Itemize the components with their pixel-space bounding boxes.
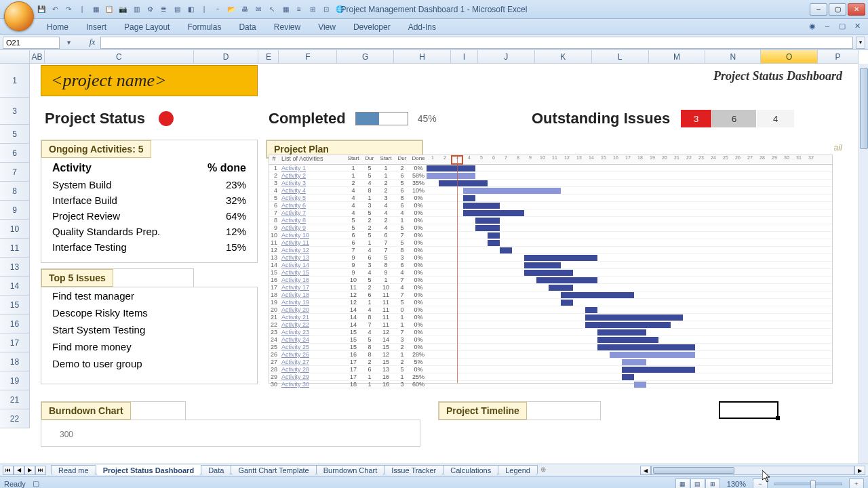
gantt-activity-link[interactable]: Activity 19 <box>279 299 345 306</box>
mail-icon[interactable]: ✉ <box>252 3 264 16</box>
column-header-K[interactable]: K <box>535 50 592 64</box>
row-header-3[interactable]: 3 <box>0 98 30 125</box>
list-icon[interactable]: ≡ <box>293 3 305 16</box>
close-button[interactable]: ✕ <box>848 3 865 16</box>
gantt-activity-link[interactable]: Activity 7 <box>279 209 345 216</box>
name-box[interactable] <box>3 37 60 49</box>
gantt-row[interactable]: 14Activity 1493860% <box>269 262 832 269</box>
sheet-tab-issue-tracker[interactable]: Issue Tracker <box>384 465 443 475</box>
ribbon-tab-view[interactable]: View <box>309 19 344 35</box>
office-button[interactable] <box>4 1 34 31</box>
column-header-N[interactable]: N <box>705 50 761 64</box>
tab-nav-prev[interactable]: ◀ <box>14 466 24 475</box>
gantt-activity-link[interactable]: Activity 1 <box>279 165 345 171</box>
formula-input[interactable] <box>100 37 853 49</box>
gantt-row[interactable]: 1Activity 115120% <box>269 165 832 172</box>
zoom-percent[interactable]: 130% <box>727 480 746 488</box>
gantt-activity-link[interactable]: Activity 15 <box>279 269 345 276</box>
sheet-tab-burndown-chart[interactable]: Burndown Chart <box>316 465 385 475</box>
gantt-activity-link[interactable]: Activity 9 <box>279 224 345 231</box>
gantt-activity-link[interactable]: Activity 21 <box>279 314 345 321</box>
gantt-activity-link[interactable]: Activity 11 <box>279 239 345 246</box>
column-header-P[interactable]: P <box>818 50 859 64</box>
gantt-activity-link[interactable]: Activity 14 <box>279 262 345 268</box>
view-pagebreak-icon[interactable]: ⊞ <box>705 479 720 489</box>
ribbon-close-icon[interactable]: ✕ <box>852 20 863 31</box>
gantt-row[interactable]: 16Activity 16105170% <box>269 277 832 284</box>
column-header-F[interactable]: F <box>279 50 337 64</box>
sheet-tab-calculations[interactable]: Calculations <box>443 465 498 475</box>
paste-icon[interactable]: 📋 <box>103 3 115 16</box>
tool-icon[interactable]: ⚙ <box>144 3 156 16</box>
maximize-button[interactable]: ▢ <box>829 3 846 16</box>
row-header-16[interactable]: 16 <box>0 314 30 333</box>
gantt-activity-link[interactable]: Activity 8 <box>279 217 345 224</box>
redo-icon[interactable]: ↷ <box>62 3 75 16</box>
column-header-H[interactable]: H <box>394 50 451 64</box>
gantt-row[interactable]: 24Activity 241551430% <box>269 336 832 344</box>
row-header-9[interactable]: 9 <box>0 201 30 220</box>
gantt-activity-link[interactable]: Activity 24 <box>279 336 345 343</box>
tool-icon[interactable]: ≣ <box>157 3 170 16</box>
hscroll-left[interactable]: ◀ <box>640 466 651 475</box>
gantt-row[interactable]: 19Activity 191211150% <box>269 299 832 306</box>
help-icon[interactable]: ◉ <box>807 20 818 31</box>
column-header-J[interactable]: J <box>478 50 535 64</box>
hscroll-right[interactable]: ▶ <box>854 466 865 475</box>
tool-icon[interactable]: ⊡ <box>320 3 332 16</box>
gantt-activity-link[interactable]: Activity 13 <box>279 254 345 261</box>
hscroll-thumb[interactable] <box>653 467 734 474</box>
gantt-row[interactable]: 3Activity 3242535% <box>269 180 832 187</box>
tab-nav-first[interactable]: ⏮ <box>3 466 14 475</box>
gantt-row[interactable]: 20Activity 201441100% <box>269 306 832 314</box>
ribbon-tab-developer[interactable]: Developer <box>344 19 399 35</box>
row-header-18[interactable]: 18 <box>0 352 30 371</box>
gantt-activity-link[interactable]: Activity 2 <box>279 172 345 179</box>
grid-icon[interactable]: ▥ <box>130 3 142 16</box>
gantt-row[interactable]: 12Activity 1274780% <box>269 247 832 254</box>
gantt-activity-link[interactable]: Activity 27 <box>279 359 345 365</box>
ribbon-tab-formulas[interactable]: Formulas <box>178 19 230 35</box>
namebox-dropdown-icon[interactable]: ▾ <box>62 37 75 49</box>
zoom-out-icon[interactable]: − <box>753 479 768 489</box>
view-normal-icon[interactable]: ▦ <box>675 479 690 489</box>
ribbon-tab-data[interactable]: Data <box>230 19 264 35</box>
view-layout-icon[interactable]: ▤ <box>690 479 705 489</box>
sheet-tab-legend[interactable]: Legend <box>498 465 538 475</box>
gantt-row[interactable]: 28Activity 281761350% <box>269 366 832 373</box>
gantt-activity-link[interactable]: Activity 28 <box>279 366 345 373</box>
save-icon[interactable]: 💾 <box>35 3 47 16</box>
tab-nav-last[interactable]: ⏭ <box>35 466 46 475</box>
gantt-row[interactable]: 29Activity 2917116125% <box>269 373 832 381</box>
gantt-activity-link[interactable]: Activity 4 <box>279 187 345 194</box>
gantt-row[interactable]: 26Activity 2616812128% <box>269 351 832 359</box>
select-all-corner[interactable] <box>0 50 30 64</box>
gantt-row[interactable]: 6Activity 643460% <box>269 202 832 209</box>
column-header-C[interactable]: C <box>45 50 194 64</box>
gantt-row[interactable]: 30Activity 3018116360% <box>269 381 832 388</box>
column-header-D[interactable]: D <box>194 50 259 64</box>
gantt-activity-link[interactable]: Activity 5 <box>279 195 345 201</box>
gantt-row[interactable]: 21Activity 211481110% <box>269 314 832 321</box>
gantt-row[interactable]: 11Activity 1161750% <box>269 239 832 247</box>
sheet-tab-gantt-chart-template[interactable]: Gantt Chart Template <box>231 465 316 475</box>
tool-icon[interactable]: ▦ <box>279 3 292 16</box>
column-header-L[interactable]: L <box>592 50 649 64</box>
row-header-5[interactable]: 5 <box>0 125 30 144</box>
row-header-11[interactable]: 11 <box>0 239 30 258</box>
gantt-activity-link[interactable]: Activity 6 <box>279 202 345 209</box>
gantt-row[interactable]: 27Activity 271721525% <box>269 359 832 366</box>
insert-sheet-icon[interactable]: ⊕ <box>540 466 554 475</box>
gantt-row[interactable]: 9Activity 952450% <box>269 224 832 232</box>
row-header-14[interactable]: 14 <box>0 277 30 296</box>
ribbon-restore-icon[interactable]: ▢ <box>837 20 848 31</box>
tool-icon[interactable]: ⊞ <box>307 3 319 16</box>
gantt-activity-link[interactable]: Activity 22 <box>279 321 345 328</box>
undo-icon[interactable]: ↶ <box>49 3 61 16</box>
ribbon-tab-review[interactable]: Review <box>265 19 309 35</box>
gantt-row[interactable]: 23Activity 231541270% <box>269 329 832 336</box>
gantt-row[interactable]: 15Activity 1594940% <box>269 269 832 277</box>
gantt-activity-link[interactable]: Activity 3 <box>279 180 345 186</box>
gantt-row[interactable]: 5Activity 541380% <box>269 195 832 202</box>
vertical-scroll-thumb[interactable] <box>860 68 868 149</box>
